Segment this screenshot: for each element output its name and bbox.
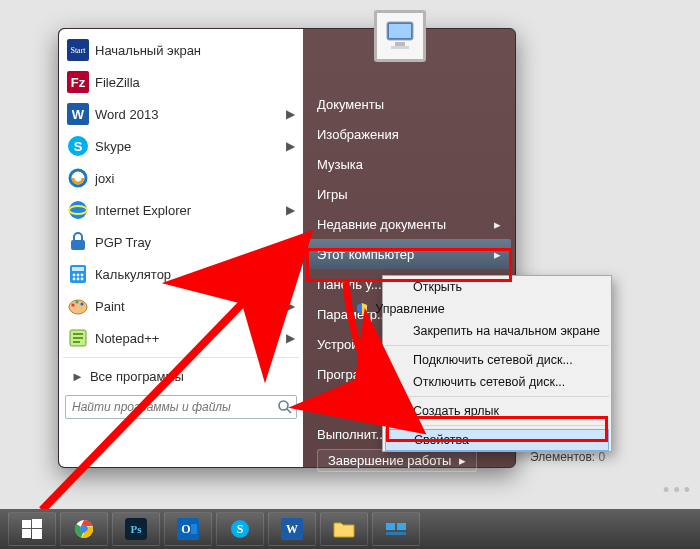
svg-rect-49 bbox=[397, 523, 406, 530]
chevron-right-icon: ▶ bbox=[286, 107, 295, 121]
separator bbox=[385, 396, 609, 397]
chevron-right-icon: ▶ bbox=[286, 299, 295, 313]
start-right-games[interactable]: Игры bbox=[307, 179, 511, 209]
monitors-icon bbox=[385, 520, 407, 538]
pinned-label: Internet Explorer bbox=[95, 203, 191, 218]
svg-rect-11 bbox=[71, 240, 85, 250]
shutdown-button[interactable]: Завершение работы ▸ bbox=[317, 449, 477, 472]
taskbar-photoshop[interactable]: Ps bbox=[112, 512, 160, 546]
svg-point-21 bbox=[71, 303, 74, 306]
svg-text:Start: Start bbox=[70, 46, 86, 55]
start-right-music[interactable]: Музыка bbox=[307, 149, 511, 179]
start-right-label: Недавние документы bbox=[317, 217, 446, 232]
start-menu-left-pane: StartНачальный экранFzFileZillaWWord 201… bbox=[59, 29, 303, 467]
ctx-label: Открыть bbox=[413, 280, 462, 294]
status-elements-value: 0 bbox=[599, 450, 606, 464]
shutdown-area: Завершение работы ▸ bbox=[307, 449, 511, 472]
all-programs[interactable]: ► Все программы bbox=[61, 361, 301, 391]
chevron-right-icon: ▸ bbox=[494, 217, 501, 232]
pinned-joxi[interactable]: joxi bbox=[61, 162, 301, 194]
ctx-label: Закрепить на начальном экране bbox=[413, 324, 600, 338]
pinned-paint[interactable]: Paint▶ bbox=[61, 290, 301, 322]
start-button[interactable] bbox=[8, 512, 56, 546]
ctx-map-drive[interactable]: Подключить сетевой диск... bbox=[383, 349, 611, 371]
svg-rect-48 bbox=[386, 523, 395, 530]
start-right-recent[interactable]: Недавние документы▸ bbox=[307, 209, 511, 239]
status-elements-label: Элементов: bbox=[530, 450, 595, 464]
pinned-label: Калькулятор bbox=[95, 267, 171, 282]
svg-rect-34 bbox=[32, 519, 42, 528]
pinned-ie[interactable]: Internet Explorer▶ bbox=[61, 194, 301, 226]
pinned-calc[interactable]: Калькулятор bbox=[61, 258, 301, 290]
start-right-documents[interactable]: Документы bbox=[307, 89, 511, 119]
start-right-label: Програм... bbox=[317, 367, 380, 382]
ctx-disconnect-drive[interactable]: Отключить сетевой диск... bbox=[383, 371, 611, 393]
ctx-label: Подключить сетевой диск... bbox=[413, 353, 573, 367]
svg-text:S: S bbox=[74, 139, 83, 154]
paint-icon bbox=[67, 295, 89, 317]
svg-rect-35 bbox=[22, 529, 31, 538]
notepad-icon bbox=[67, 327, 89, 349]
pinned-start-screen[interactable]: StartНачальный экран bbox=[61, 34, 301, 66]
pinned-notepadpp[interactable]: Notepad++▶ bbox=[61, 322, 301, 354]
photoshop-icon: Ps bbox=[125, 518, 147, 540]
user-picture[interactable] bbox=[374, 10, 426, 62]
all-programs-label: Все программы bbox=[90, 369, 184, 384]
svg-point-17 bbox=[73, 278, 76, 281]
pinned-label: PGP Tray bbox=[95, 235, 151, 250]
chevron-right-icon: ▸ bbox=[459, 453, 466, 468]
pinned-word[interactable]: WWord 2013▶ bbox=[61, 98, 301, 130]
start-right-label: Устройс... bbox=[317, 337, 376, 352]
taskbar-explorer[interactable] bbox=[320, 512, 368, 546]
resize-grip-icon: ••• bbox=[663, 480, 694, 501]
svg-point-23 bbox=[80, 302, 83, 305]
chevron-right-icon: ▶ bbox=[286, 331, 295, 345]
start-right-label: Документы bbox=[317, 97, 384, 112]
folder-icon bbox=[333, 520, 355, 538]
svg-text:W: W bbox=[286, 522, 298, 536]
svg-point-22 bbox=[75, 300, 78, 303]
svg-text:O: O bbox=[181, 522, 190, 536]
ctx-pin[interactable]: Закрепить на начальном экране bbox=[383, 320, 611, 342]
pinned-label: Paint bbox=[95, 299, 125, 314]
chevron-right-icon: ▶ bbox=[286, 139, 295, 153]
word-icon: W bbox=[281, 518, 303, 540]
svg-point-18 bbox=[77, 278, 80, 281]
pgp-icon bbox=[67, 231, 89, 253]
highlight-box-this-pc bbox=[306, 248, 512, 282]
svg-rect-31 bbox=[391, 46, 409, 49]
filezilla-icon: Fz bbox=[67, 71, 89, 93]
pinned-label: Skype bbox=[95, 139, 131, 154]
skype-icon: S bbox=[67, 135, 89, 157]
outlook-icon: O bbox=[177, 518, 199, 540]
start-right-label: Изображения bbox=[317, 127, 399, 142]
shield-icon bbox=[355, 302, 369, 316]
svg-rect-43 bbox=[191, 524, 197, 534]
ctx-manage[interactable]: Управление bbox=[383, 298, 421, 320]
taskbar-outlook[interactable]: O bbox=[164, 512, 212, 546]
svg-point-14 bbox=[73, 274, 76, 277]
svg-point-19 bbox=[81, 278, 84, 281]
pinned-skype[interactable]: SSkype▶ bbox=[61, 130, 301, 162]
taskbar-desktop-manager[interactable] bbox=[372, 512, 420, 546]
calc-icon bbox=[67, 263, 89, 285]
ie-icon bbox=[67, 199, 89, 221]
status-elements: Элементов: 0 bbox=[530, 450, 605, 464]
separator bbox=[385, 345, 609, 346]
svg-text:Fz: Fz bbox=[71, 75, 86, 90]
taskbar-skype[interactable]: S bbox=[216, 512, 264, 546]
start-right-pictures[interactable]: Изображения bbox=[307, 119, 511, 149]
separator bbox=[63, 357, 299, 358]
pinned-pgp[interactable]: PGP Tray bbox=[61, 226, 301, 258]
pinned-label: joxi bbox=[95, 171, 115, 186]
pinned-label: Notepad++ bbox=[95, 331, 159, 346]
taskbar-word[interactable]: W bbox=[268, 512, 316, 546]
search-input[interactable] bbox=[65, 395, 297, 419]
svg-point-16 bbox=[81, 274, 84, 277]
shutdown-label: Завершение работы bbox=[328, 453, 451, 468]
taskbar-chrome[interactable] bbox=[60, 512, 108, 546]
pinned-filezilla[interactable]: FzFileZilla bbox=[61, 66, 301, 98]
pinned-label: Word 2013 bbox=[95, 107, 158, 122]
windows-logo-icon bbox=[21, 518, 43, 540]
pinned-label: Начальный экран bbox=[95, 43, 201, 58]
